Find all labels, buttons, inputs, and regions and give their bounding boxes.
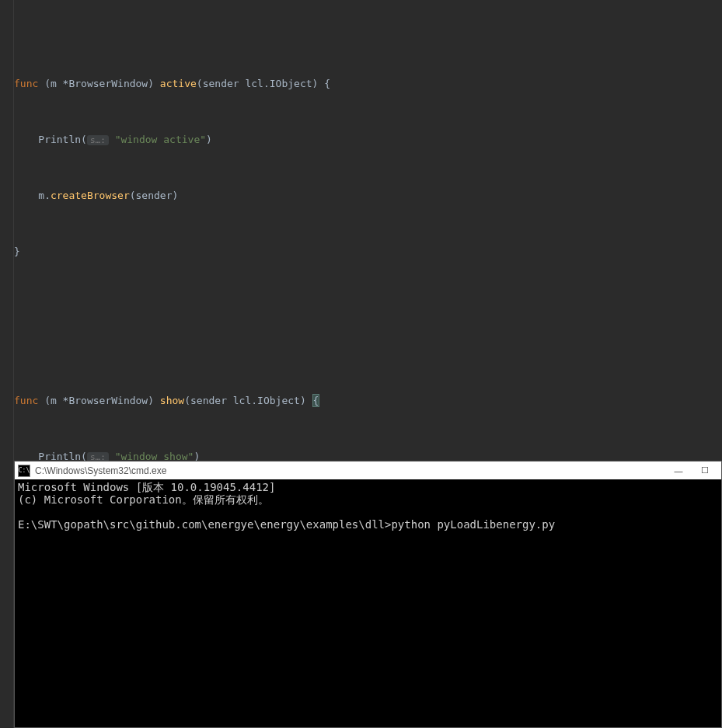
code-line: func (m *BrowserWindow) active(sender lc… bbox=[14, 75, 722, 93]
code-line: func (m *BrowserWindow) show(sender lcl.… bbox=[14, 392, 722, 410]
window-controls: — ☐ bbox=[665, 462, 718, 479]
code-line: Println(s…: "window active") bbox=[14, 131, 722, 149]
cmd-icon: C:\ bbox=[18, 465, 30, 477]
cmd-titlebar[interactable]: C:\ C:\Windows\System32\cmd.exe — ☐ bbox=[15, 462, 721, 479]
cmd-line: Microsoft Windows [版本 10.0.19045.4412] bbox=[18, 481, 275, 493]
gutter bbox=[0, 0, 14, 728]
cmd-window[interactable]: C:\ C:\Windows\System32\cmd.exe — ☐ Micr… bbox=[14, 461, 722, 728]
maximize-button[interactable]: ☐ bbox=[692, 462, 718, 479]
code-line bbox=[14, 298, 722, 317]
bracket-highlight: { bbox=[312, 394, 320, 407]
code-line: } bbox=[14, 242, 722, 261]
param-hint: s…: bbox=[87, 135, 109, 145]
minimize-button[interactable]: — bbox=[665, 462, 692, 479]
cmd-output[interactable]: Microsoft Windows [版本 10.0.19045.4412] (… bbox=[15, 479, 721, 727]
code-line: m.createBrowser(sender) bbox=[14, 186, 722, 205]
cmd-line: (c) Microsoft Corporation。保留所有权利。 bbox=[18, 493, 269, 506]
cmd-prompt-line: E:\SWT\gopath\src\github.com\energye\ene… bbox=[18, 518, 555, 531]
cmd-title: C:\Windows\System32\cmd.exe bbox=[35, 465, 665, 476]
